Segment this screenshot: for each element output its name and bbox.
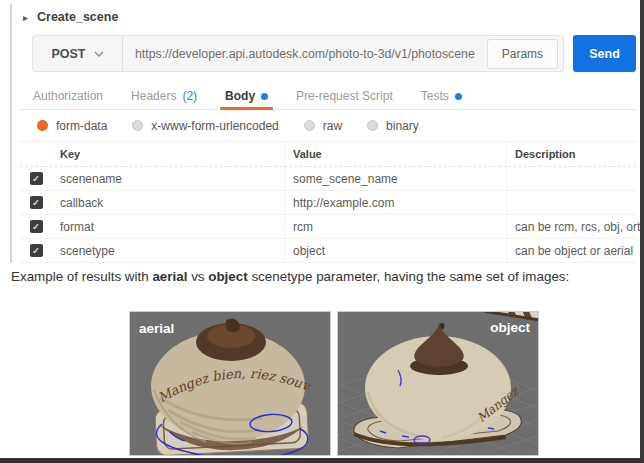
mode-label: binary [386,119,419,133]
column-header-key: Key [52,142,284,166]
method-selector[interactable]: POST [33,36,123,71]
description-cell[interactable]: can be object or aerial [506,239,636,262]
tab-label: Pre-request Script [296,89,393,103]
value-cell[interactable]: some_scene_name [284,167,506,190]
tab-authorization[interactable]: Authorization [33,83,103,109]
key-cell[interactable]: format [52,215,284,238]
collection-item-label: Create_scene [37,10,118,24]
tab-label: Body [225,89,255,103]
tab-indicator-dot [455,93,462,100]
send-button[interactable]: Send [573,35,636,72]
value-cell[interactable]: object [284,239,506,262]
disclosure-triangle-icon: ▸ [23,12,28,23]
params-button[interactable]: Params [487,39,558,69]
page: ▸ Create_scene POST https://developer.ap… [0,0,644,463]
caption-text: Example of results with [11,269,152,284]
description-cell[interactable] [506,167,636,190]
tab-headers[interactable]: Headers (2) [131,83,197,109]
aerial-result-image: Mangez bien, riez souvent aerial [129,311,331,456]
tab-label: Authorization [33,89,103,103]
mode-label: raw [323,119,342,133]
request-url-row: POST https://developer.api.autodesk.com/… [32,35,636,72]
mode-label: x-www-form-urlencoded [151,119,278,133]
caption-text: vs [187,269,208,284]
radio-icon[interactable] [304,120,315,131]
description-cell[interactable] [506,191,636,214]
key-cell[interactable]: callback [52,191,284,214]
url-input[interactable]: https://developer.api.autodesk.com/photo… [123,47,487,61]
form-data-table: Key Value Description ✓ scenename some_s… [20,141,636,263]
example-caption: Example of results with aerial vs object… [11,269,631,284]
caption-text: scenetype parameter, having the same set… [248,269,570,284]
table-header-row: Key Value Description [20,142,636,167]
table-row-format: ✓ format rcm can be rcm, rcs, obj, ortho [20,215,636,239]
row-checkbox[interactable]: ✓ [30,244,43,257]
collection-item-create-scene[interactable]: ▸ Create_scene [20,6,636,28]
mode-form-data[interactable]: form-data [37,119,107,133]
row-checkbox[interactable]: ✓ [30,172,43,185]
result-figures: Mangez bien, riez souvent aerial [129,311,539,456]
object-result-image: Mangez object [337,311,539,456]
figure-label: object [490,320,530,335]
chevron-down-icon [94,51,104,57]
radio-selected-icon[interactable] [37,120,48,131]
tab-label: Headers [131,89,176,103]
column-header-value: Value [284,142,506,166]
description-cell[interactable]: can be rcm, rcs, obj, ortho [506,215,644,238]
radio-icon[interactable] [132,120,143,131]
value-cell[interactable]: rcm [284,215,506,238]
header-checkbox-column [20,142,52,166]
row-checkbox[interactable]: ✓ [30,196,43,209]
tab-label: Tests [421,89,449,103]
table-row-scenetype: ✓ scenetype object can be object or aeri… [20,239,636,263]
mode-x-www-form-urlencoded[interactable]: x-www-form-urlencoded [132,119,278,133]
value-cell[interactable]: http://example.com [284,191,506,214]
column-header-description: Description [506,142,636,166]
key-cell[interactable]: scenename [52,167,284,190]
tab-indicator-dot [261,93,268,100]
request-tabs: Authorization Headers (2) Body Pre-reque… [20,83,636,110]
mode-raw[interactable]: raw [304,119,342,133]
caption-bold-object: object [208,269,247,284]
figure-label: aerial [139,321,174,336]
key-cell[interactable]: scenetype [52,239,284,262]
body-mode-selector: form-data x-www-form-urlencoded raw bina… [20,110,636,141]
tab-body[interactable]: Body [225,83,268,109]
method-label: POST [51,47,85,61]
table-row-callback: ✓ callback http://example.com [20,191,636,215]
radio-icon[interactable] [367,120,378,131]
url-bar: POST https://developer.api.autodesk.com/… [32,35,564,72]
row-checkbox[interactable]: ✓ [30,220,43,233]
tab-tests[interactable]: Tests [421,83,462,109]
mode-label: form-data [56,119,107,133]
table-row-scenename: ✓ scenename some_scene_name [20,167,636,191]
headers-count: (2) [182,89,197,103]
postman-request-panel: ▸ Create_scene POST https://developer.ap… [10,4,636,263]
tab-pre-request-script[interactable]: Pre-request Script [296,83,393,109]
mode-binary[interactable]: binary [367,119,419,133]
caption-bold-aerial: aerial [152,269,187,284]
